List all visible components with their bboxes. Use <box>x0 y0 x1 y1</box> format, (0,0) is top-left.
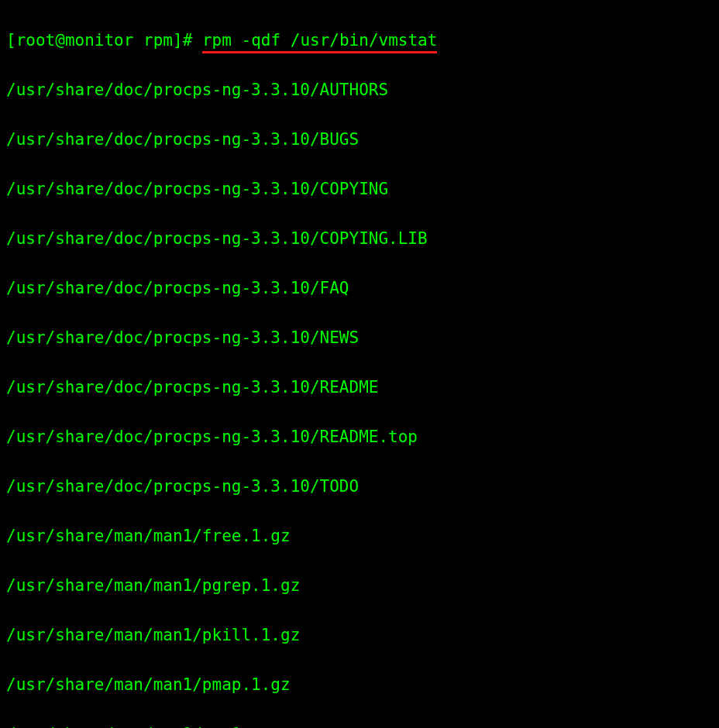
prompt-path: rpm <box>143 31 173 50</box>
output-line: /usr/share/man/man1/pmap.1.gz <box>6 672 713 697</box>
output-line: /usr/share/doc/procps-ng-3.3.10/README <box>6 375 713 400</box>
output-line: /usr/share/doc/procps-ng-3.3.10/FAQ <box>6 276 713 300</box>
output-line: /usr/share/man/man1/free.1.gz <box>6 524 713 548</box>
output-line: /usr/share/man/man1/pkill.1.gz <box>6 623 713 647</box>
output-line: /usr/share/doc/procps-ng-3.3.10/TODO <box>6 474 713 499</box>
prompt-user: root <box>16 31 56 50</box>
output-line: /usr/share/man/man1/ps.1.gz <box>6 722 713 728</box>
prompt-close: ] <box>173 31 183 50</box>
output-line: /usr/share/man/man1/pgrep.1.gz <box>6 573 713 598</box>
prompt-line-1: [root@monitor rpm]# rpm -qdf /usr/bin/vm… <box>6 28 713 53</box>
output-line: /usr/share/doc/procps-ng-3.3.10/BUGS <box>6 127 713 152</box>
terminal[interactable]: [root@monitor rpm]# rpm -qdf /usr/bin/vm… <box>0 0 719 728</box>
prompt-host: monitor <box>65 31 134 50</box>
prompt-open: [ <box>6 31 16 50</box>
output-line: /usr/share/doc/procps-ng-3.3.10/NEWS <box>6 325 713 350</box>
output-line: /usr/share/doc/procps-ng-3.3.10/README.t… <box>6 424 713 449</box>
output-line: /usr/share/doc/procps-ng-3.3.10/COPYING.… <box>6 226 713 251</box>
prompt-space <box>133 31 143 50</box>
prompt-symbol: # <box>183 31 193 50</box>
prompt-trailing-space <box>192 31 202 50</box>
output-line: /usr/share/doc/procps-ng-3.3.10/AUTHORS <box>6 77 713 102</box>
command-text: rpm -qdf /usr/bin/vmstat <box>202 31 437 53</box>
output-line: /usr/share/doc/procps-ng-3.3.10/COPYING <box>6 177 713 201</box>
prompt-at: @ <box>55 31 65 50</box>
